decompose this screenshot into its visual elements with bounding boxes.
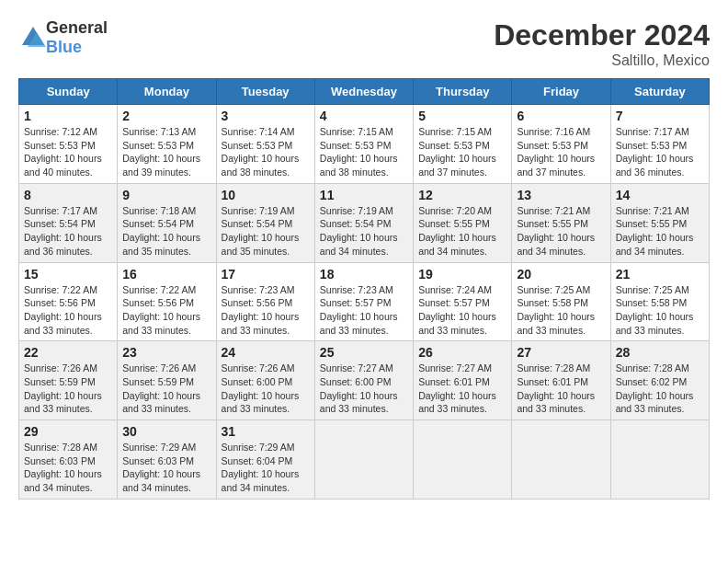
table-row: 15Sunrise: 7:22 AM Sunset: 5:56 PM Dayli…: [19, 262, 118, 341]
table-row: 7Sunrise: 7:17 AM Sunset: 5:53 PM Daylig…: [610, 105, 709, 184]
logo-blue: Blue: [46, 38, 82, 56]
table-row: 16Sunrise: 7:22 AM Sunset: 5:56 PM Dayli…: [118, 262, 216, 341]
calendar-row: 1Sunrise: 7:12 AM Sunset: 5:53 PM Daylig…: [19, 105, 710, 184]
day-number: 8: [24, 188, 112, 202]
table-row: 13Sunrise: 7:21 AM Sunset: 5:55 PM Dayli…: [512, 183, 610, 262]
day-number: 28: [616, 345, 704, 360]
cell-info: Sunrise: 7:21 AM Sunset: 5:55 PM Dayligh…: [616, 204, 704, 259]
header-wednesday: Wednesday: [314, 79, 413, 105]
cell-info: Sunrise: 7:23 AM Sunset: 5:57 PM Dayligh…: [320, 283, 408, 338]
header-saturday: Saturday: [610, 79, 709, 105]
cell-info: Sunrise: 7:17 AM Sunset: 5:53 PM Dayligh…: [616, 125, 704, 179]
table-row: 8Sunrise: 7:17 AM Sunset: 5:54 PM Daylig…: [19, 183, 118, 262]
calendar-row: 29Sunrise: 7:28 AM Sunset: 6:03 PM Dayli…: [19, 420, 710, 500]
table-row: 29Sunrise: 7:28 AM Sunset: 6:03 PM Dayli…: [19, 420, 118, 500]
header-sunday: Sunday: [19, 79, 118, 105]
cell-info: Sunrise: 7:13 AM Sunset: 5:53 PM Dayligh…: [122, 125, 210, 179]
cell-info: Sunrise: 7:27 AM Sunset: 6:00 PM Dayligh…: [320, 362, 408, 416]
cell-info: Sunrise: 7:16 AM Sunset: 5:53 PM Dayligh…: [517, 125, 605, 179]
cell-info: Sunrise: 7:14 AM Sunset: 5:53 PM Dayligh…: [222, 125, 310, 179]
table-row: 2Sunrise: 7:13 AM Sunset: 5:53 PM Daylig…: [118, 105, 216, 184]
month-title: December 2024: [494, 18, 710, 52]
table-row: 12Sunrise: 7:20 AM Sunset: 5:55 PM Dayli…: [414, 183, 512, 262]
day-number: 29: [24, 424, 112, 439]
header-monday: Monday: [118, 79, 216, 105]
table-row: 14Sunrise: 7:21 AM Sunset: 5:55 PM Dayli…: [610, 183, 709, 262]
cell-info: Sunrise: 7:29 AM Sunset: 6:03 PM Dayligh…: [122, 441, 210, 495]
day-number: 18: [320, 267, 408, 282]
day-number: 10: [222, 188, 310, 202]
table-row: 4Sunrise: 7:15 AM Sunset: 5:53 PM Daylig…: [314, 105, 413, 184]
cell-info: Sunrise: 7:27 AM Sunset: 6:01 PM Dayligh…: [418, 362, 506, 416]
logo-icon: [20, 25, 46, 51]
cell-info: Sunrise: 7:26 AM Sunset: 5:59 PM Dayligh…: [24, 362, 112, 416]
day-number: 20: [517, 267, 605, 282]
cell-info: Sunrise: 7:25 AM Sunset: 5:58 PM Dayligh…: [517, 283, 605, 338]
calendar-row: 8Sunrise: 7:17 AM Sunset: 5:54 PM Daylig…: [19, 183, 710, 262]
table-row: 3Sunrise: 7:14 AM Sunset: 5:53 PM Daylig…: [216, 105, 314, 184]
cell-info: Sunrise: 7:26 AM Sunset: 6:00 PM Dayligh…: [222, 362, 310, 416]
cell-info: Sunrise: 7:19 AM Sunset: 5:54 PM Dayligh…: [320, 204, 408, 259]
table-row: [512, 420, 610, 500]
table-row: 21Sunrise: 7:25 AM Sunset: 5:58 PM Dayli…: [610, 262, 709, 341]
day-number: 2: [122, 109, 210, 123]
day-number: 12: [418, 188, 506, 202]
cell-info: Sunrise: 7:22 AM Sunset: 5:56 PM Dayligh…: [122, 283, 210, 338]
cell-info: Sunrise: 7:21 AM Sunset: 5:55 PM Dayligh…: [517, 204, 605, 259]
table-row: 10Sunrise: 7:19 AM Sunset: 5:54 PM Dayli…: [216, 183, 314, 262]
cell-info: Sunrise: 7:28 AM Sunset: 6:03 PM Dayligh…: [24, 441, 112, 495]
cell-info: Sunrise: 7:18 AM Sunset: 5:54 PM Dayligh…: [122, 204, 210, 259]
header-tuesday: Tuesday: [216, 79, 314, 105]
header-thursday: Thursday: [414, 79, 512, 105]
cell-info: Sunrise: 7:15 AM Sunset: 5:53 PM Dayligh…: [320, 125, 408, 179]
cell-info: Sunrise: 7:15 AM Sunset: 5:53 PM Dayligh…: [418, 125, 506, 179]
cell-info: Sunrise: 7:28 AM Sunset: 6:02 PM Dayligh…: [616, 362, 704, 416]
table-row: 11Sunrise: 7:19 AM Sunset: 5:54 PM Dayli…: [314, 183, 413, 262]
table-row: 1Sunrise: 7:12 AM Sunset: 5:53 PM Daylig…: [19, 105, 118, 184]
table-row: 31Sunrise: 7:29 AM Sunset: 6:04 PM Dayli…: [216, 420, 314, 500]
cell-info: Sunrise: 7:25 AM Sunset: 5:58 PM Dayligh…: [616, 283, 704, 338]
table-row: 20Sunrise: 7:25 AM Sunset: 5:58 PM Dayli…: [512, 262, 610, 341]
table-row: 19Sunrise: 7:24 AM Sunset: 5:57 PM Dayli…: [414, 262, 512, 341]
day-number: 6: [517, 109, 605, 123]
day-number: 15: [24, 267, 112, 282]
day-number: 7: [616, 109, 704, 123]
cell-info: Sunrise: 7:28 AM Sunset: 6:01 PM Dayligh…: [517, 362, 605, 416]
table-row: 17Sunrise: 7:23 AM Sunset: 5:56 PM Dayli…: [216, 262, 314, 341]
table-row: [610, 420, 709, 500]
cell-info: Sunrise: 7:29 AM Sunset: 6:04 PM Dayligh…: [222, 441, 310, 495]
day-number: 22: [24, 345, 112, 360]
cell-info: Sunrise: 7:23 AM Sunset: 5:56 PM Dayligh…: [222, 283, 310, 338]
day-number: 1: [24, 109, 112, 123]
table-row: 22Sunrise: 7:26 AM Sunset: 5:59 PM Dayli…: [19, 341, 118, 420]
day-number: 19: [418, 267, 506, 282]
table-row: 18Sunrise: 7:23 AM Sunset: 5:57 PM Dayli…: [314, 262, 413, 341]
logo-general: General: [46, 18, 108, 37]
day-number: 26: [418, 345, 506, 360]
table-row: 25Sunrise: 7:27 AM Sunset: 6:00 PM Dayli…: [314, 341, 413, 420]
header-row: Sunday Monday Tuesday Wednesday Thursday…: [19, 79, 710, 105]
cell-info: Sunrise: 7:19 AM Sunset: 5:54 PM Dayligh…: [222, 204, 310, 259]
table-row: 6Sunrise: 7:16 AM Sunset: 5:53 PM Daylig…: [512, 105, 610, 184]
cell-info: Sunrise: 7:26 AM Sunset: 5:59 PM Dayligh…: [122, 362, 210, 416]
day-number: 23: [122, 345, 210, 360]
table-row: 27Sunrise: 7:28 AM Sunset: 6:01 PM Dayli…: [512, 341, 610, 420]
table-row: 28Sunrise: 7:28 AM Sunset: 6:02 PM Dayli…: [610, 341, 709, 420]
table-row: 30Sunrise: 7:29 AM Sunset: 6:03 PM Dayli…: [118, 420, 216, 500]
day-number: 9: [122, 188, 210, 202]
table-row: [314, 420, 413, 500]
day-number: 3: [222, 109, 310, 123]
cell-info: Sunrise: 7:24 AM Sunset: 5:57 PM Dayligh…: [418, 283, 506, 338]
table-row: [414, 420, 512, 500]
day-number: 24: [222, 345, 310, 360]
cell-info: Sunrise: 7:20 AM Sunset: 5:55 PM Dayligh…: [418, 204, 506, 259]
day-number: 14: [616, 188, 704, 202]
location-title: Saltillo, Mexico: [494, 52, 710, 69]
table-row: 5Sunrise: 7:15 AM Sunset: 5:53 PM Daylig…: [414, 105, 512, 184]
cell-info: Sunrise: 7:17 AM Sunset: 5:54 PM Dayligh…: [24, 204, 112, 259]
day-number: 21: [616, 267, 704, 282]
day-number: 11: [320, 188, 408, 202]
day-number: 17: [222, 267, 310, 282]
day-number: 13: [517, 188, 605, 202]
table-row: 24Sunrise: 7:26 AM Sunset: 6:00 PM Dayli…: [216, 341, 314, 420]
